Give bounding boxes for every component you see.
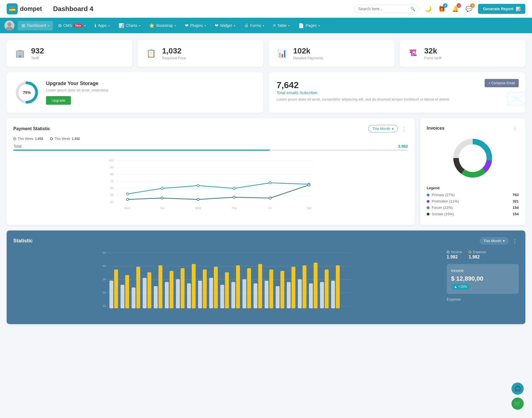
bootstrap-icon: ⭐	[149, 23, 155, 28]
upgrade-description: Lorem ipsum dolor sit amet, onsectetur.	[46, 88, 109, 92]
invoices-header: Invoices ⋮	[427, 125, 519, 132]
chevron-down-icon-charts: ▾	[139, 24, 140, 27]
upgrade-content: Upgrade Your Storage Lorem ipsum dolor s…	[46, 81, 109, 105]
svg-text:40: 40	[103, 264, 106, 268]
svg-rect-64	[181, 268, 185, 308]
force-tariff-icon: 🏗	[406, 47, 420, 60]
stat-info-force-tariff: 32k Force tariff	[424, 47, 441, 60]
more-options-button[interactable]: ⋮	[400, 125, 408, 132]
svg-text:80: 80	[110, 173, 114, 176]
legend-dot-dark	[50, 137, 53, 140]
svg-rect-63	[176, 279, 180, 308]
statistic-right-panel: Income 1.982 Expense 1.982 Income $ 1	[447, 250, 519, 317]
gift-button[interactable]: 🎁 2	[437, 4, 446, 13]
svg-rect-88	[314, 263, 318, 308]
nav-label-dashboard: Dashboard	[27, 23, 46, 28]
payments-label: Detalled Payments	[293, 56, 323, 60]
nav-item-charts[interactable]: 📊 Charts ▾	[115, 21, 144, 30]
arrow-up-icon: ▲	[454, 285, 457, 289]
svg-point-20	[197, 184, 199, 187]
svg-rect-72	[225, 272, 229, 308]
chat-badge: 5	[470, 3, 475, 8]
legend-row-promotion: Promotion (11%) 321	[427, 199, 519, 203]
svg-rect-86	[303, 265, 306, 308]
expense-label-section: Expense	[447, 297, 519, 301]
generate-report-button[interactable]: Generate Report 📊	[478, 4, 525, 14]
legend-row-forum: Forum (22%) 154	[427, 206, 519, 210]
nav-item-table[interactable]: ≡ Table ▾	[269, 21, 293, 30]
price-icon: 📋	[144, 47, 158, 60]
nav-item-widget[interactable]: ❤ Widget ▾	[211, 21, 239, 30]
nav-item-forms[interactable]: 🖨 Forms ▾	[240, 21, 268, 30]
nav-item-pages[interactable]: 📄 Pages ▾	[295, 21, 324, 30]
svg-rect-87	[309, 283, 313, 308]
statistic-month-filter-button[interactable]: This Month ▾	[480, 237, 509, 245]
email-subtitle: Total emails Subcriber.	[277, 90, 518, 95]
svg-rect-60	[158, 265, 162, 308]
tariff-number: 932	[31, 47, 44, 55]
svg-rect-70	[214, 267, 218, 308]
apps-icon: ℹ	[94, 23, 96, 28]
svg-text:40: 40	[110, 200, 114, 204]
svg-point-29	[308, 184, 310, 186]
search-input[interactable]	[358, 7, 408, 11]
svg-text:90: 90	[110, 166, 114, 169]
nav-item-plugins[interactable]: ❤ Plugins ▾	[181, 21, 210, 30]
this-month-filter-button[interactable]: This Month ▾	[368, 125, 398, 132]
svg-point-1	[7, 22, 11, 26]
svg-text:60: 60	[110, 186, 114, 190]
force-tariff-number: 32k	[424, 47, 441, 55]
svg-rect-78	[258, 264, 262, 308]
moon-button[interactable]: 🌙	[424, 4, 433, 13]
svg-rect-85	[298, 279, 302, 308]
svg-rect-92	[336, 265, 340, 308]
header: 💳 dompet Dashboard 4 🔍 🌙 🎁 2 🔔 12 💬 5 Ge…	[0, 0, 532, 18]
tariff-icon: 🏢	[13, 47, 27, 60]
upgrade-donut: 75%	[14, 80, 39, 105]
svg-point-26	[197, 198, 199, 201]
legend-dot-socials	[427, 213, 429, 216]
svg-rect-89	[320, 282, 324, 308]
stat-card-payments: 📊 102k Detalled Payments	[269, 40, 394, 67]
invoices-title: Invoices	[427, 126, 444, 131]
svg-rect-67	[198, 281, 202, 308]
income-amount: $ 12,890,00	[451, 275, 514, 282]
legend-dot-forum	[427, 206, 429, 209]
nav-item-dashboard[interactable]: ⊞ Dashboard ▾	[18, 21, 53, 30]
payment-total-row: Total 3.982	[13, 144, 408, 148]
cms-new-badge: New	[74, 24, 83, 27]
nav-label-table: Table	[277, 23, 287, 28]
search-box[interactable]: 🔍	[354, 5, 419, 13]
email-count: 7,642	[277, 80, 518, 90]
nav-item-cms[interactable]: ⚙ CMS New ▾	[54, 21, 90, 30]
payment-legend: This Week 1.982 This Week 1.982	[13, 137, 408, 141]
payments-number: 102k	[293, 47, 323, 55]
statistic-more-button[interactable]: ⋮	[511, 238, 519, 244]
chevron-down-icon-stat: ▾	[503, 239, 505, 243]
email-bg-icon: ✉	[505, 83, 525, 113]
svg-rect-62	[170, 271, 173, 308]
svg-text:50: 50	[103, 251, 106, 254]
payment-controls: This Month ▾ ⋮	[368, 125, 408, 132]
nav-label-apps: Apps	[98, 23, 107, 28]
svg-point-19	[161, 187, 163, 189]
svg-text:Fri: Fri	[268, 206, 272, 210]
invoices-donut-container	[427, 136, 519, 180]
nav-item-apps[interactable]: ℹ Apps ▾	[91, 21, 114, 30]
chevron-down-icon-pages: ▾	[318, 24, 320, 27]
chevron-down-icon-cms: ▾	[84, 24, 86, 27]
svg-rect-68	[203, 270, 207, 308]
expense-legend-value: 1.982	[469, 255, 486, 260]
nav-item-bootstrap[interactable]: ⭐ Bootstrap ▾	[145, 21, 180, 30]
email-description: Lorem ipsum dolor sit amet, consectetur …	[277, 97, 518, 101]
svg-rect-66	[192, 264, 196, 308]
bell-button[interactable]: 🔔 12	[451, 4, 460, 13]
legend-row-primary: Primary (27%) 763	[427, 193, 519, 197]
expense-legend-dot	[469, 251, 471, 253]
svg-rect-71	[220, 285, 224, 308]
chat-button[interactable]: 💬 5	[464, 4, 474, 13]
invoices-more-button[interactable]: ⋮	[511, 125, 519, 132]
logo-text: dompet	[20, 5, 42, 12]
invoices-card: Invoices ⋮ Leg	[420, 118, 525, 225]
upgrade-button[interactable]: Upgrade	[46, 96, 71, 105]
